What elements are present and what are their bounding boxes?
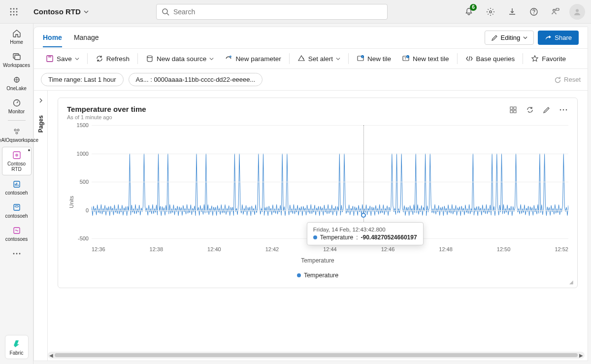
svg-point-8 (16, 14, 18, 15)
y-axis-label: Units (68, 196, 74, 208)
gear-icon (486, 7, 495, 16)
pages-rail: Pages (34, 91, 48, 361)
alert-icon (297, 55, 305, 63)
svg-rect-33 (48, 56, 51, 58)
resize-handle-icon[interactable]: ◢ (569, 279, 573, 285)
expand-pages-button[interactable] (36, 96, 46, 105)
workspace-icon (12, 127, 22, 136)
svg-rect-18 (15, 55, 20, 60)
svg-rect-44 (510, 107, 513, 109)
tile-refresh-button[interactable] (525, 105, 535, 115)
download-icon (508, 7, 517, 16)
refresh-button[interactable]: Refresh (91, 52, 134, 66)
scroll-right-icon[interactable]: ▶ (578, 353, 585, 358)
grid-icon (509, 106, 517, 114)
scroll-left-icon[interactable]: ◀ (48, 353, 55, 358)
scrollbar-thumb[interactable] (55, 353, 578, 357)
nav-label: Home (10, 39, 23, 45)
nav-home[interactable]: Home (2, 26, 32, 48)
svg-rect-47 (514, 110, 516, 113)
chart-tile[interactable]: Temperature over time As of 1 minute ago… (58, 98, 578, 288)
database-icon (146, 55, 154, 63)
nav-contosoeh-2[interactable]: contosoeh (2, 199, 32, 222)
chart-tooltip: Friday, 14 Feb, 12:43:42.800 Temperature… (307, 222, 424, 245)
svg-point-2 (16, 8, 18, 9)
tab-manage[interactable]: Manage (74, 29, 99, 47)
chevron-right-icon (38, 98, 43, 103)
nav-workspace-item[interactable]: myAIOqsworkspace (2, 124, 32, 146)
nav-contoso-rtd[interactable]: Contoso RTD (2, 147, 32, 175)
fabric-badge[interactable]: Fabric (5, 335, 29, 359)
svg-text:+: + (407, 55, 408, 58)
share-button[interactable]: Share (538, 31, 579, 45)
new-text-tile-button[interactable]: T+ New text tile (397, 52, 454, 66)
legend-label: Temperature (304, 272, 338, 279)
account-button[interactable] (569, 4, 585, 20)
text-tile-icon: T+ (402, 55, 410, 63)
svg-point-11 (490, 10, 492, 12)
nav-contosoeh-1[interactable]: contosoeh (2, 176, 32, 199)
notifications-button[interactable]: 6 (461, 4, 477, 20)
svg-point-27 (15, 206, 19, 207)
more-icon (559, 109, 567, 111)
tile-edit-button[interactable] (542, 105, 552, 115)
new-tile-button[interactable]: + New tile (352, 52, 396, 66)
legend-dot-icon (297, 273, 301, 277)
nav-separator (8, 120, 26, 121)
notification-badge: 6 (470, 4, 477, 11)
asset-filter-pill[interactable]: As... : 0000aaaa-11bb-cccc-dd22-eeeee... (129, 73, 263, 86)
feedback-button[interactable] (548, 4, 563, 20)
new-data-source-button[interactable]: New data source (141, 52, 219, 66)
svg-point-48 (560, 109, 561, 111)
nav-label: Workspaces (3, 63, 30, 68)
editing-mode-button[interactable]: Editing (485, 31, 534, 45)
tile-title: Temperature over time (67, 105, 146, 113)
svg-point-29 (13, 253, 14, 255)
chevron-down-icon (336, 57, 340, 61)
nav-label: myAIOqsworkspace (0, 137, 38, 143)
svg-point-22 (16, 132, 18, 134)
nav-more[interactable] (2, 246, 32, 262)
nav-onelake[interactable]: OneLake (2, 72, 32, 94)
search-input[interactable] (173, 8, 382, 16)
search-icon (162, 8, 169, 16)
chart-plot[interactable]: 1500 1000 500 0 -500 Friday, 14 Feb, 12:… (92, 125, 568, 238)
dashboard-canvas[interactable]: Temperature over time As of 1 minute ago… (48, 91, 588, 361)
workspace-name: Contoso RTD (33, 7, 81, 16)
svg-point-0 (10, 8, 12, 9)
new-parameter-button[interactable]: + New parameter (220, 52, 286, 66)
horizontal-scrollbar[interactable]: ◀ ▶ (48, 352, 585, 359)
reset-icon (554, 76, 561, 83)
tab-home[interactable]: Home (43, 29, 62, 47)
search-box[interactable] (156, 4, 388, 20)
app-launcher-icon[interactable] (6, 4, 22, 20)
svg-point-20 (14, 129, 16, 131)
save-icon (46, 55, 54, 63)
time-range-pill[interactable]: Time range: Last 1 hour (41, 73, 124, 86)
nav-label: contosoeh (5, 213, 28, 219)
help-button[interactable] (526, 4, 542, 20)
settings-button[interactable] (483, 4, 498, 20)
chevron-down-icon (84, 9, 89, 14)
nav-label: Monitor (8, 109, 25, 114)
eventhouse-icon (12, 179, 22, 189)
favorite-button[interactable]: Favorite (526, 52, 571, 66)
download-button[interactable] (504, 4, 520, 20)
svg-point-34 (147, 56, 152, 58)
nav-label: contosoes (5, 236, 28, 242)
nav-workspaces[interactable]: Workspaces (2, 49, 32, 71)
tile-explore-button[interactable] (508, 105, 518, 115)
workspace-switcher[interactable]: Contoso RTD (33, 7, 89, 16)
save-button[interactable]: Save (41, 52, 84, 66)
nav-contosoes[interactable]: contosoes (2, 223, 32, 245)
svg-point-13 (533, 13, 534, 14)
tile-more-button[interactable] (558, 105, 568, 115)
nav-monitor[interactable]: Monitor (2, 95, 32, 117)
code-icon (465, 55, 473, 63)
base-queries-button[interactable]: Base queries (460, 52, 520, 66)
toolbar: Save Refresh New data source + New param… (34, 49, 588, 69)
nav-label: Contoso RTD (3, 161, 30, 172)
reset-button[interactable]: Reset (554, 76, 581, 83)
chevron-down-icon (209, 57, 214, 61)
set-alert-button[interactable]: Set alert (293, 52, 345, 66)
